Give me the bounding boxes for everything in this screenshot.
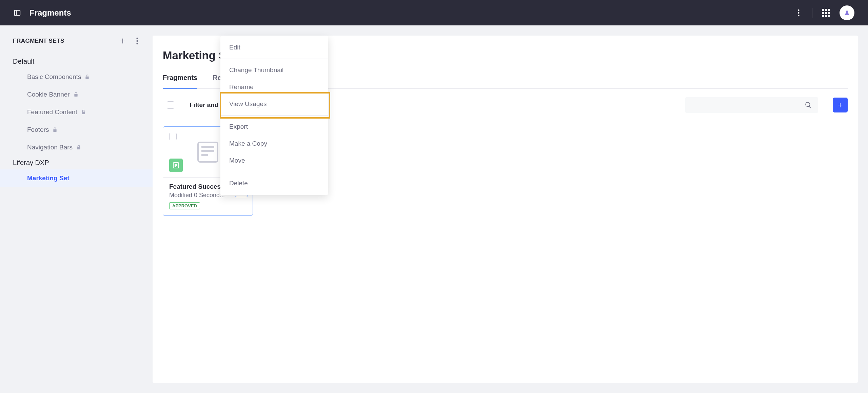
sidebar-item-label: Cookie Banner (27, 91, 70, 98)
lock-icon (73, 92, 79, 97)
add-fragment-button[interactable] (833, 98, 848, 112)
svg-point-6 (136, 38, 138, 39)
lock-icon (81, 109, 86, 115)
menu-item-change-thumbnail[interactable]: Change Thumbnail (220, 62, 328, 79)
menu-separator (220, 172, 328, 172)
menu-separator (220, 115, 328, 116)
menu-item-export[interactable]: Export (220, 118, 328, 135)
sidebar-group-label: Liferay DXP (0, 156, 153, 169)
sidebar-kebab-icon[interactable] (133, 37, 141, 45)
menu-item-make-copy[interactable]: Make a Copy (220, 135, 328, 152)
sidebar-item-label: Featured Content (27, 108, 77, 116)
menu-item-rename[interactable]: Rename (220, 79, 328, 96)
svg-point-2 (798, 9, 799, 11)
tab-resources[interactable]: Re (213, 74, 221, 89)
document-icon (197, 142, 218, 163)
sidebar-item-marketing-set[interactable]: Marketing Set (0, 169, 153, 187)
svg-rect-0 (15, 10, 20, 15)
status-badge: APPROVED (169, 202, 200, 209)
sidebar-item-label: Marketing Set (27, 174, 70, 182)
select-all-checkbox[interactable] (167, 101, 174, 109)
top-bar: Fragments (0, 0, 868, 25)
sidebar-item-featured-content[interactable]: Featured Content (0, 103, 153, 121)
card-type-icon (169, 159, 183, 172)
sidebar-item-cookie-banner[interactable]: Cookie Banner (0, 86, 153, 103)
sidebar-item-footers[interactable]: Footers (0, 121, 153, 139)
apps-grid-icon[interactable] (822, 9, 830, 17)
svg-point-7 (136, 40, 138, 42)
sidebar-item-navigation-bars[interactable]: Navigation Bars (0, 139, 153, 156)
page-title: Fragments (29, 8, 71, 18)
menu-item-view-usages[interactable]: View Usages (220, 96, 328, 112)
panel-toggle-icon[interactable] (14, 9, 21, 17)
avatar[interactable] (840, 5, 854, 20)
tab-fragments[interactable]: Fragments (163, 74, 197, 89)
card-checkbox[interactable] (169, 133, 177, 140)
svg-point-3 (798, 12, 799, 13)
search-input[interactable] (685, 97, 818, 113)
context-menu: Edit Change Thumbnail Rename View Usages… (220, 36, 328, 195)
search-icon (805, 101, 812, 109)
sidebar-item-label: Navigation Bars (27, 144, 73, 151)
svg-point-8 (136, 43, 138, 44)
sidebar: FRAGMENT SETS Default Basic Components C… (0, 25, 153, 393)
sidebar-item-label: Basic Components (27, 73, 81, 81)
lock-icon (52, 127, 58, 132)
sidebar-item-label: Footers (27, 126, 49, 133)
menu-separator (220, 59, 328, 59)
lock-icon (84, 74, 90, 80)
lock-icon (76, 145, 81, 150)
content-card: Marketing Set Fragments Re Filter and Or… (153, 36, 858, 383)
menu-item-edit[interactable]: Edit (220, 39, 328, 56)
sidebar-item-basic-components[interactable]: Basic Components (0, 68, 153, 86)
divider (812, 8, 812, 18)
sidebar-group-label: Default (0, 55, 153, 68)
svg-point-4 (798, 15, 799, 16)
sidebar-title: FRAGMENT SETS (13, 38, 119, 44)
menu-item-move[interactable]: Move (220, 152, 328, 169)
header-kebab-icon[interactable] (794, 9, 803, 17)
add-set-button[interactable] (119, 37, 126, 45)
svg-point-5 (846, 11, 848, 13)
menu-item-delete[interactable]: Delete (220, 175, 328, 192)
